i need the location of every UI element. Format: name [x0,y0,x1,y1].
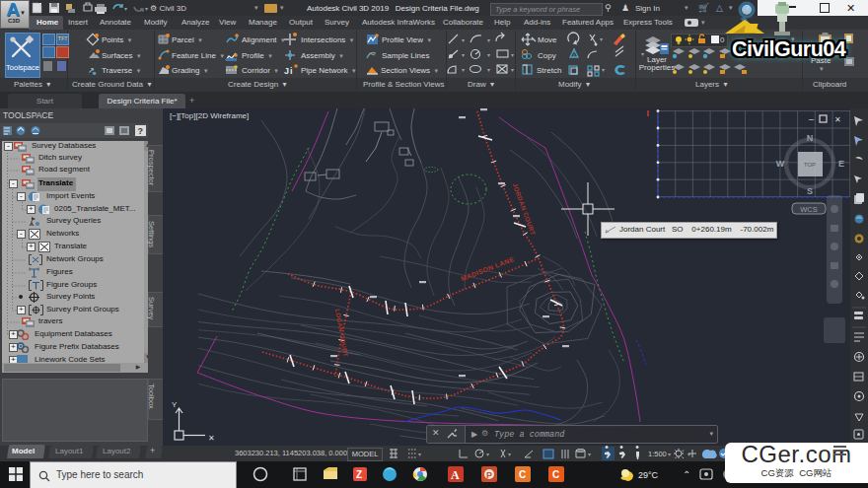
svg-text:▾: ▾ [511,52,514,58]
svg-text:29°C: 29°C [638,470,659,480]
svg-text:▾: ▾ [462,37,465,43]
svg-text:?: ? [138,126,144,136]
svg-text:▾: ▾ [418,452,421,457]
svg-text:i: i [290,66,293,76]
svg-text:TOP: TOP [804,162,816,168]
svg-text:WCS: WCS [800,205,818,214]
svg-text:■: ■ [93,70,97,76]
svg-text:▾: ▾ [588,452,591,457]
svg-text:[−][Top][2D Wireframe]: [−][Top][2D Wireframe] [170,111,249,120]
svg-text:N: N [807,133,814,143]
svg-text:▾: ▾ [487,37,490,43]
svg-text:▾: ▾ [462,67,465,73]
svg-text:▾: ▾ [145,6,148,12]
svg-text:A: A [451,468,460,482]
svg-text:Y: Y [172,400,178,409]
svg-text:E: E [838,159,844,169]
svg-text:▾: ▾ [668,452,671,457]
svg-text:C: C [552,469,559,480]
svg-text:▾: ▾ [487,67,490,73]
svg-text:▾: ▾ [462,52,465,58]
svg-text:▾: ▾ [600,36,603,42]
svg-text:C: C [519,469,526,480]
svg-text:MADISON LANE: MADISON LANE [460,255,515,282]
svg-text:▾: ▾ [124,6,127,12]
svg-text:▾: ▾ [602,67,605,73]
svg-text:✕: ✕ [208,434,215,443]
svg-text:▾: ▾ [486,452,489,457]
svg-text:▾: ▾ [487,52,490,58]
svg-text:✕: ✕ [834,115,841,124]
svg-text:▾: ▾ [508,452,511,457]
svg-text:–: – [809,114,814,124]
svg-text:⌃: ⌃ [683,469,690,480]
svg-text:J: J [284,66,289,76]
svg-text:P: P [486,470,492,480]
svg-text:1:500: 1:500 [648,450,667,458]
svg-text:▾: ▾ [511,67,514,73]
svg-text:W: W [776,159,785,169]
svg-text:S: S [807,186,813,196]
svg-text:Z: Z [356,469,362,480]
